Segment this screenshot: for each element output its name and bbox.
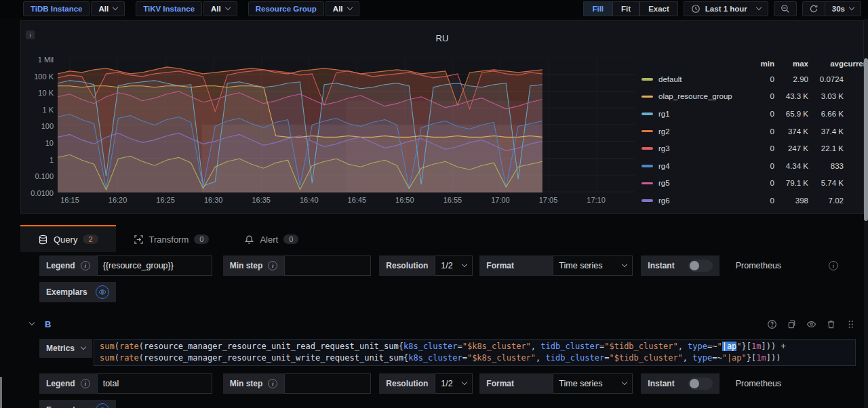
exemplars-toggle[interactable] [96,285,109,299]
y-tick-label: 1 Mil [22,56,54,64]
scrollbar-thumb[interactable] [864,58,868,221]
token: "$k8s_cluster" [467,353,536,363]
format-select[interactable]: Time series [553,256,633,276]
time-range-label: Last 1 hour [705,5,747,13]
legend-series-name[interactable]: rg4 [642,162,749,170]
legend-series-label: rg3 [658,144,670,152]
y-tick-label: 100 K [22,73,54,81]
view-mode-fit[interactable]: Fit [612,1,639,16]
tab-transform[interactable]: Transform0 [116,225,227,252]
tab-label: Query [54,234,77,245]
variable-label[interactable]: TiDB Instance [23,1,90,16]
min-step-input[interactable] [284,256,371,276]
time-range-picker[interactable]: Last 1 hour [684,1,768,16]
visibility-icon[interactable] [806,319,816,329]
info-icon[interactable]: i [81,261,90,270]
legend-series-name[interactable]: default [642,75,749,83]
x-tick-label: 16:15 [60,196,79,204]
chevron-down-icon [224,5,230,10]
legend-input[interactable]: total [97,373,212,394]
view-mode-fill[interactable]: Fill [583,1,612,16]
x-tick-label: 17:05 [539,196,558,204]
resolution-label: Resolution [379,256,435,276]
legend-row: default02.900.07240 [642,70,858,88]
legend-series-name[interactable]: rg6 [642,197,749,205]
legend-series-name[interactable]: olap_resource_group [642,92,749,100]
y-tick-label: 100 [22,122,54,130]
format-select[interactable]: Time series [553,373,633,394]
y-tick-label: 1 K [22,106,54,114]
legend-series-label: rg6 [658,197,670,205]
bell-icon [244,234,254,245]
refresh-interval-select[interactable]: 30s [825,1,861,16]
variable-value-select[interactable]: All [91,1,125,16]
legend-series-name[interactable]: rg2 [642,127,749,136]
drag-handle-icon[interactable] [846,319,856,329]
variable-tikv-instance: TiKV InstanceAll [136,1,237,16]
exemplars-label: Exemplars [39,282,116,302]
legend-series-name[interactable]: rg5 [642,179,749,187]
token: ] [766,353,771,363]
refresh-interval-label: 30s [832,5,845,13]
chevron-down-icon [756,5,762,10]
y-tick-label: 10 [22,139,54,147]
legend-column-header[interactable]: min [749,60,774,68]
x-tick-label: 16:40 [300,196,319,204]
info-icon[interactable]: i [268,261,277,270]
tab-label: Alert [260,234,278,245]
zoom-out-button[interactable] [774,1,797,16]
instant-label: Instant [641,373,681,394]
instant-toggle[interactable] [688,378,713,390]
view-mode-exact[interactable]: Exact [639,1,678,16]
selected-text: |ap [722,342,737,351]
legend-column-header[interactable]: max [774,60,808,68]
resolution-select[interactable]: 1/2 [435,373,473,394]
collapse-chevron-icon[interactable] [29,320,35,325]
clock-icon [691,4,701,14]
instant-toggle[interactable] [688,260,713,272]
tab-alert[interactable]: Alert0 [226,225,316,252]
exemplars-toggle[interactable] [96,403,109,408]
variable-value-select[interactable]: All [203,1,237,16]
datasource-info-icon[interactable]: i [829,261,838,270]
promql-editor[interactable]: sum(rate(resource_manager_resource_unit_… [94,339,856,366]
chevron-down-icon [347,5,352,10]
legend-value-avg: 37.4 K [808,127,844,136]
legend-series-name[interactable]: rg3 [642,144,749,152]
info-icon[interactable]: i [81,379,90,388]
scrollbar[interactable] [864,19,868,408]
legend-series-label: rg1 [658,110,670,118]
query-b-options-row: LegenditotalMin stepiResolution1/2Format… [39,373,781,394]
duplicate-icon[interactable] [787,319,797,329]
token: , [678,342,688,351]
variable-label[interactable]: Resource Group [248,1,324,16]
view-mode-group: FillFitExact [583,1,677,16]
promql-line: sum(rate(resource_manager_resource_unit_… [100,352,850,364]
query-b-header[interactable]: B [20,314,856,334]
tab-query[interactable]: Query2 [20,225,116,252]
metrics-dropdown[interactable]: Metrics [39,339,92,358]
resolution-select[interactable]: 1/2 [435,256,473,276]
help-icon[interactable] [767,319,777,329]
time-series-chart[interactable] [58,58,635,192]
instant-label-text: Instant [648,379,674,388]
legend-input[interactable]: {{resource_group}} [97,256,212,276]
series-color-icon [642,113,653,115]
legend-series-name[interactable]: rg1 [642,110,749,118]
refresh-button[interactable] [802,1,825,16]
token: rate [119,342,139,351]
legend-value-avg: 6.66 K [808,110,844,118]
datasource-label: Prometheus [736,379,781,388]
legend-column-header[interactable]: avg [808,60,844,68]
variable-label[interactable]: TiKV Instance [136,1,202,16]
toggle-knob [690,261,699,270]
info-icon[interactable]: i [268,379,277,388]
query-a-exemplars-row: Exemplars [39,281,116,303]
min-step-label-text: Min step [230,261,263,270]
variable-value-select[interactable]: All [326,1,359,16]
delete-icon[interactable] [826,319,836,329]
min-step-input[interactable] [284,373,371,394]
chevron-down-icon [622,262,627,267]
toggle-knob [690,379,699,388]
query-ref-id: B [45,319,51,329]
